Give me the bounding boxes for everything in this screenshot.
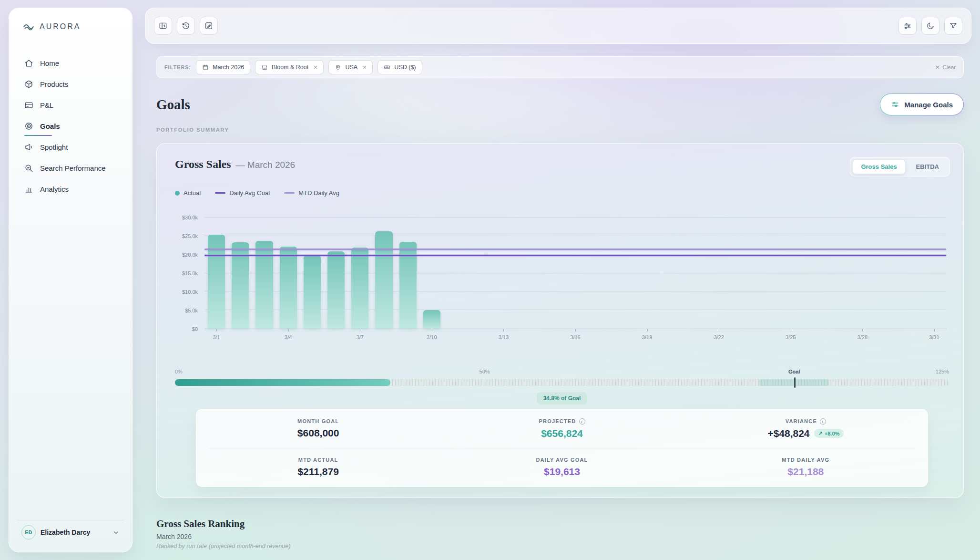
x-axis-tick — [647, 329, 648, 332]
card-icon — [24, 101, 33, 110]
x-axis-tick — [934, 329, 935, 332]
x-axis-label: 3/10 — [427, 334, 437, 340]
gridline — [204, 217, 946, 218]
compose-button[interactable] — [200, 17, 218, 35]
active-underline — [24, 135, 52, 136]
stat-label: MTD DAILY AVG — [782, 457, 829, 463]
progress-label-max: 125% — [936, 369, 949, 374]
legend-item-mtd-daily-avg[interactable]: MTD Daily Avg — [284, 189, 339, 197]
legend-item-actual[interactable]: Actual — [175, 189, 201, 197]
x-axis-label: 3/19 — [642, 334, 652, 340]
sidebar-item-spotlight[interactable]: Spotlight — [19, 138, 122, 156]
stat-label: VARIANCE i — [786, 418, 826, 425]
stat-label: PROJECTED i — [539, 418, 585, 425]
filter-button[interactable] — [944, 17, 962, 35]
sidebar-item-label: Goals — [40, 122, 60, 130]
filter-chip-label: Bloom & Root — [272, 64, 308, 71]
progress-label-goal: Goal — [788, 369, 800, 374]
moon-icon — [926, 21, 935, 30]
toolbar-right-group — [898, 17, 962, 35]
legend-label: MTD Daily Avg — [298, 189, 339, 197]
sidebar-item-label: P&L — [40, 101, 53, 109]
funnel-icon — [949, 21, 958, 30]
history-button[interactable] — [177, 17, 195, 35]
stat-mtd-actual: MTD ACTUAL $211,879 — [196, 448, 440, 487]
sidebar-item-search-performance[interactable]: Search Performance — [19, 159, 122, 177]
stat-daily-avg-goal: DAILY AVG GOAL $19,613 — [440, 448, 684, 487]
x-axis-label: 3/7 — [357, 334, 364, 340]
page-head: Goals Manage Goals — [156, 91, 964, 118]
legend-item-daily-avg-goal[interactable]: Daily Avg Goal — [215, 189, 270, 197]
x-axis-tick — [862, 329, 863, 332]
bar — [375, 231, 392, 329]
filter-chip-month[interactable]: March 2026 — [196, 60, 250, 74]
progress-badge-row: 34.8% of Goal — [175, 392, 949, 404]
sidebar-item-analytics[interactable]: Analytics — [19, 180, 122, 198]
bar — [304, 255, 321, 329]
search-icon — [24, 164, 33, 173]
variance-badge: ↗ +8.0% — [814, 429, 844, 438]
info-icon[interactable]: i — [579, 418, 585, 425]
sidebar-item-label: Products — [40, 80, 68, 88]
x-axis-tick — [503, 329, 504, 332]
x-axis-label: 3/25 — [786, 334, 796, 340]
manage-goals-label: Manage Goals — [904, 101, 953, 109]
ranking-subtitle: March 2026 — [156, 533, 290, 540]
filter-chip-brand[interactable]: Bloom & Root ✕ — [255, 60, 324, 74]
collapse-sidebar-button[interactable] — [154, 17, 172, 35]
calendar-icon — [202, 64, 209, 71]
remove-filter-icon[interactable]: ✕ — [313, 64, 317, 71]
wave-logo-icon — [22, 21, 35, 33]
toggle-gross-sales[interactable]: Gross Sales — [852, 159, 905, 174]
progress-badge: 34.8% of Goal — [537, 392, 588, 404]
filter-chip-country[interactable]: USA ✕ — [328, 60, 373, 74]
chart-plot — [204, 218, 946, 329]
goal-marker — [794, 377, 796, 388]
stat-value: $608,000 — [297, 427, 339, 439]
user-menu[interactable]: ED Elizabeth Darcy — [17, 520, 124, 544]
legend-label: Daily Avg Goal — [229, 189, 270, 197]
y-axis-label: $0 — [192, 326, 198, 332]
stat-variance: VARIANCE i +$48,824 ↗ +8.0% — [684, 409, 928, 448]
x-axis-label: 3/16 — [570, 334, 580, 340]
sidebar-item-label: Analytics — [40, 185, 69, 193]
page-title: Goals — [156, 97, 190, 113]
sidebar-item-products[interactable]: Products — [19, 75, 122, 93]
reference-line — [204, 249, 946, 250]
y-axis-label: $5.0k — [185, 308, 198, 313]
reference-line — [204, 255, 946, 256]
stat-value: $21,188 — [787, 466, 824, 477]
legend-swatch — [284, 192, 295, 194]
progress-fill — [175, 379, 390, 386]
filter-chip-label: March 2026 — [213, 64, 244, 71]
y-axis-label: $10.0k — [182, 289, 198, 295]
y-axis-label: $20.0k — [182, 252, 198, 258]
x-axis-tick — [216, 329, 217, 332]
remove-filter-icon[interactable]: ✕ — [362, 64, 367, 71]
dark-mode-button[interactable] — [921, 17, 939, 35]
x-axis-tick — [360, 329, 360, 332]
manage-goals-button[interactable]: Manage Goals — [880, 93, 964, 115]
bar-chart: $0$5.0k$10.0k$15.0k$20.0k$25.0k$30.0k 3/… — [174, 218, 949, 347]
clear-filters-button[interactable]: ✕ Clear — [935, 64, 956, 71]
sidebar-item-goals[interactable]: Goals — [19, 117, 122, 135]
x-axis-tick — [575, 329, 576, 332]
info-icon[interactable]: i — [820, 418, 826, 425]
sidebar-item-home[interactable]: Home — [19, 54, 122, 72]
chart-x-axis: 3/13/43/73/103/133/163/193/223/253/283/3… — [204, 329, 946, 347]
y-axis-label: $15.0k — [182, 270, 198, 276]
sidebar-item-label: Search Performance — [40, 164, 106, 172]
bar — [351, 248, 368, 329]
toggle-ebitda[interactable]: EBITDA — [908, 159, 948, 174]
card-title: Gross Sales — [175, 158, 231, 171]
x-axis-label: 3/4 — [285, 334, 292, 340]
bar — [327, 251, 345, 329]
sidebar-item-pnl[interactable]: P&L — [19, 96, 122, 114]
filter-chip-currency[interactable]: USD ($) — [378, 60, 422, 74]
stat-value: $211,879 — [297, 466, 338, 477]
chevron-down-icon — [112, 529, 120, 536]
settings-sliders-button[interactable] — [898, 17, 917, 35]
variance-badge-value: +8.0% — [825, 431, 840, 436]
chart-legend: Actual Daily Avg Goal MTD Daily Avg — [175, 189, 339, 197]
x-axis-tick — [432, 329, 432, 332]
